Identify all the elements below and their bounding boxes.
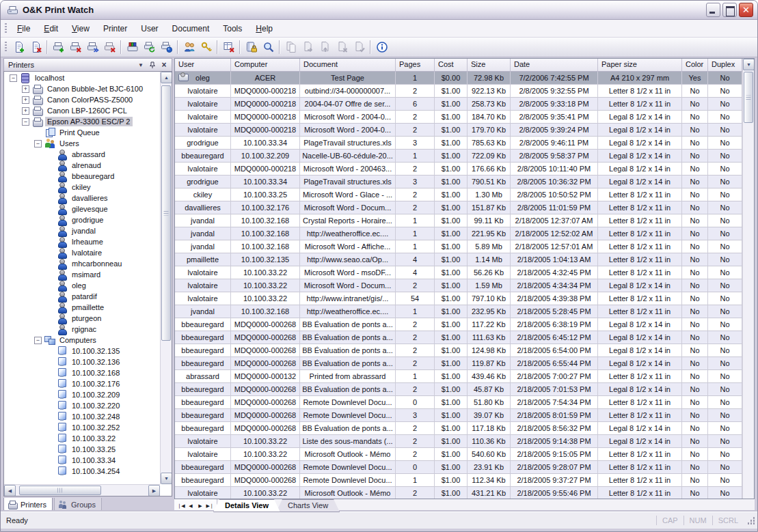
next-record-icon[interactable] [195,501,205,511]
tree-item[interactable]: abrassard [4,149,160,160]
menu-item[interactable]: File [10,22,37,36]
printer-add-button[interactable] [50,39,67,55]
column-header-cost[interactable]: Cost [435,59,468,72]
scroll-right-icon[interactable]: ▶ [148,485,160,496]
tree-item[interactable]: 10.100.33.22 [4,433,160,444]
document-row[interactable]: davallieres 10.100.32.176 Microsoft Word… [175,201,742,214]
grid-vertical-scrollbar[interactable]: ▲ ▼ [742,59,754,499]
access-key-button[interactable] [198,39,215,55]
users-button[interactable] [180,39,198,55]
document-row[interactable]: lvalotaire 10.100.33.22 Liste des sous-m… [175,435,742,448]
tree-toggle-icon[interactable] [10,74,17,82]
tree-item[interactable]: Users [4,138,160,149]
menubar-grip-icon[interactable] [5,23,7,34]
tree-item[interactable]: bbeauregard [4,171,160,182]
tree-item[interactable]: Canon Bubble-Jet BJC-6100 [4,83,160,94]
document-row[interactable]: bbeauregard MDQ0000-000268 BB Évaluation… [175,422,742,435]
search-button[interactable] [260,39,277,55]
document-row[interactable]: lvalotaire 10.100.33.22 Microsoft Word -… [175,266,742,279]
maximize-button[interactable] [722,3,737,17]
tree-item[interactable]: Epson AP-3300 ESC/P 2 [4,116,160,127]
printer-delete-button[interactable] [67,39,84,55]
document-row[interactable]: jvandal 10.100.32.168 http://weatheroffi… [175,227,742,240]
printer-send-button[interactable] [84,39,101,55]
document-row[interactable]: lvalotaire 10.100.33.22 Microsoft Word -… [175,279,742,292]
tab-details-view[interactable]: Details View [213,499,280,512]
tab-groups[interactable]: Groups [54,498,102,512]
scroll-left-icon[interactable]: ◀ [4,485,16,496]
previous-record-icon[interactable] [186,501,195,511]
menu-item[interactable]: View [65,22,96,36]
tree-toggle-icon[interactable] [22,85,29,93]
document-row[interactable]: grodrigue 10.100.33.34 PlageTravail stru… [175,137,742,150]
document-row[interactable]: jvandal 10.100.32.168 Microsoft Word - A… [175,240,742,253]
document-row[interactable]: bbeauregard MDQ0000-000268 Remote Downle… [175,474,742,487]
panel-close-icon[interactable] [159,60,169,70]
tree-item[interactable]: oleg [4,280,160,291]
tree-toggle-icon[interactable] [34,140,42,148]
document-row[interactable]: bbeauregard MDQ0000-000268 Remote Downle… [175,409,742,422]
scroll-up-icon[interactable]: ▲ [161,72,172,83]
document-row[interactable]: lvalotaire MDQ0000-000218 Microsoft Word… [175,124,742,137]
document-row[interactable]: lvalotaire MDQ0000-000218 Microsoft Word… [175,163,742,176]
document-row[interactable]: bbeauregard MDQ0000-000268 BB Évaluation… [175,344,742,357]
tree-item[interactable]: Print Queue [4,127,160,138]
tree-item[interactable]: pmaillette [4,302,160,313]
tree-item[interactable]: 10.100.32.136 [4,356,160,367]
panel-dropdown-icon[interactable] [136,60,146,70]
tree-toggle-icon[interactable] [34,337,42,344]
sidebar-hscroll-thumb[interactable] [19,486,101,495]
column-header-color[interactable]: Color [682,59,708,72]
tree-item[interactable]: rgignac [4,324,160,335]
menu-item[interactable]: Edit [37,22,65,36]
column-header-document[interactable]: Document [300,59,396,72]
menu-item[interactable]: User [134,22,165,36]
tab-printers[interactable]: Printers [3,498,53,512]
tree-item[interactable]: 10.100.32.220 [4,400,160,411]
tree-item[interactable]: davallieres [4,193,160,204]
tree-item[interactable]: gilevesque [4,204,160,214]
document-row[interactable]: bbeauregard MDQ0000-000268 BB Évaluation… [175,357,742,370]
column-header-user[interactable]: User [175,59,231,72]
document-row[interactable]: lvalotaire 10.100.33.22 Microsoft Outloo… [175,448,742,461]
scroll-down-icon[interactable]: ▼ [743,59,755,70]
log-lock-button[interactable] [243,39,260,55]
tree-item[interactable]: 10.100.32.168 [4,367,160,378]
toolbar-grip-icon[interactable] [5,42,7,53]
grid-scroll-thumb[interactable] [744,72,753,123]
sidebar-vertical-scrollbar[interactable]: ▲ ▼ [160,72,172,484]
sidebar-scroll-thumb[interactable] [161,85,171,341]
column-header-computer[interactable]: Computer [231,59,300,72]
document-add-button[interactable] [10,39,27,55]
document-row[interactable]: abrassard MDQ0000-000132 Printed from ab… [175,370,742,383]
tree-item[interactable]: 10.100.33.34 [4,455,160,466]
menu-item[interactable]: Tools [216,22,249,36]
column-header-size[interactable]: Size [468,59,511,72]
tree-item[interactable]: 10.100.34.254 [4,466,160,477]
resize-grip[interactable] [746,516,756,525]
document-row[interactable]: bbeauregard MDQ0000-000268 Remote Downle… [175,396,742,409]
tree-item[interactable]: ckiley [4,182,160,193]
tree-item[interactable]: 10.100.32.248 [4,411,160,422]
tree-item[interactable]: 10.100.32.176 [4,378,160,389]
tree-item[interactable]: 10.100.32.135 [4,346,160,356]
printer-refresh-button[interactable] [141,39,158,55]
first-record-icon[interactable] [176,501,186,511]
report-delete-button[interactable] [220,39,237,55]
tree-item[interactable]: 10.100.32.209 [4,389,160,400]
tree-toggle-icon[interactable] [22,96,29,104]
document-row[interactable]: bbeauregard MDQ0000-000268 BB Évaluation… [175,383,742,396]
tree-item[interactable]: lrheaume [4,236,160,247]
tree-item[interactable]: Computers [4,335,160,346]
document-row[interactable]: grodrigue 10.100.33.34 PlageTravail stru… [175,176,742,188]
menu-item[interactable]: Help [249,22,280,36]
document-row[interactable]: lvalotaire MDQ0000-000218 2004-04-07 Off… [175,98,742,111]
titlebar[interactable]: O&K Print Watch [1,1,757,20]
column-header-pages[interactable]: Pages [396,59,435,72]
tree-item[interactable]: patardif [4,291,160,302]
document-row[interactable]: jvandal 10.100.32.168 http://weatheroffi… [175,305,742,318]
minimize-button[interactable] [706,3,720,17]
tree-item[interactable]: 10.100.32.252 [4,422,160,433]
document-delete-button[interactable] [27,39,44,55]
column-header-duplex[interactable]: Duplex [708,59,742,72]
